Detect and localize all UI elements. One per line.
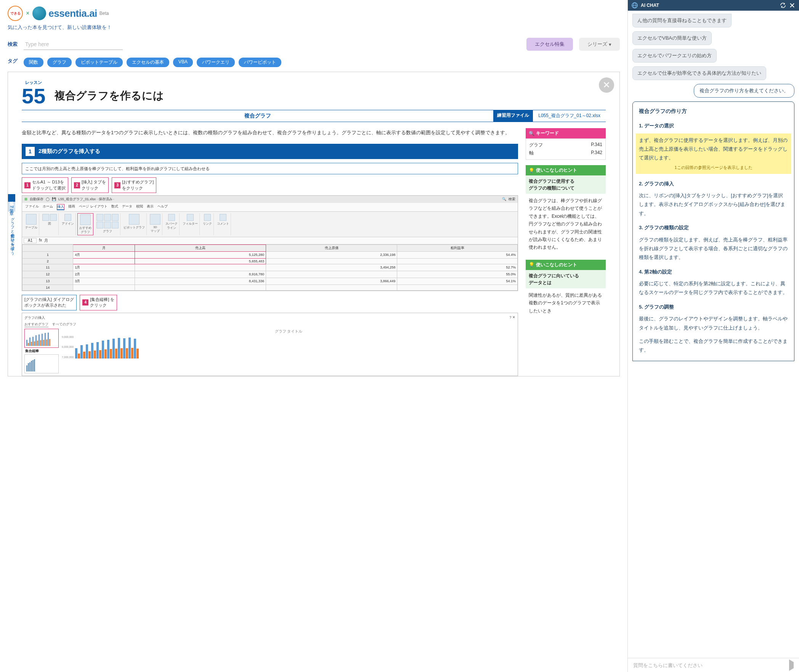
shapes-icon[interactable]	[50, 214, 57, 221]
map-3d-icon[interactable]	[150, 214, 160, 225]
featured-button[interactable]: エクセル特集	[526, 38, 573, 51]
answer-paragraph: グラフの種類を設定します。例えば、売上高を棒グラフ、粗利益率を折れ線グラフとして…	[639, 235, 788, 262]
pivot-chart-icon[interactable]	[129, 214, 140, 225]
sparkline-icon[interactable]	[168, 214, 175, 221]
ribbon-tab[interactable]: ページ レイアウト	[79, 204, 107, 210]
chat-input[interactable]	[633, 662, 789, 668]
area-chart-icon[interactable]	[96, 222, 103, 228]
hint-body: 関連性があるが、質的に差異がある複数のデータを1つのグラフで表示したいとき	[526, 288, 606, 318]
search-input[interactable]	[24, 39, 123, 50]
ribbon-group: スパーク ライン	[164, 213, 180, 235]
ribbon-tab[interactable]: ヘルプ	[157, 204, 168, 210]
scatter-chart-icon[interactable]	[104, 222, 111, 228]
line-chart-icon[interactable]	[104, 214, 111, 221]
ribbon-recommended-charts[interactable]: おすすめ グラフ	[77, 213, 93, 235]
chat-suggestion[interactable]: エクセルでVBAの簡単な使い方	[632, 31, 712, 45]
dialog-title: グラフの挿入	[24, 315, 45, 320]
tag-item[interactable]: 関数	[24, 58, 43, 67]
ribbon-tab[interactable]: 表示	[147, 204, 154, 210]
action-number: 3	[114, 182, 120, 188]
send-button[interactable]	[789, 662, 794, 668]
answer-heading: 1. データの選択	[639, 121, 788, 130]
fx-icon: fx	[39, 238, 42, 243]
filter-icon[interactable]	[187, 214, 194, 221]
chart-thumbnail[interactable]	[24, 329, 59, 348]
tag-item[interactable]: パワーピボット	[239, 58, 281, 67]
answer-heading: 2. グラフの挿入	[639, 179, 788, 188]
action-number: 1	[24, 182, 30, 188]
close-chat-button[interactable]	[789, 2, 795, 8]
pie-chart-icon[interactable]	[112, 214, 119, 221]
map-chart-icon[interactable]	[112, 222, 119, 228]
tag-list: 関数 グラフ ピボットテーブル エクセルの基本 VBA パワークエリ パワーピボ…	[24, 58, 281, 67]
dekiru-badge-icon: できる	[8, 6, 23, 21]
toggle-off-icon: ◯	[46, 197, 50, 201]
action-callout: [グラフの挿入] ダイアログ ボックスが表示された	[22, 295, 77, 310]
recommended-chart-icon	[80, 214, 91, 225]
table-row: 133月8,431,3363,866,44954.1%	[22, 278, 518, 285]
table-row: 14	[22, 285, 518, 290]
practice-file-name: L055_複合グラフ_01～02.xlsx	[533, 110, 606, 122]
tag-label: タグ	[8, 58, 18, 64]
col-header: 月	[73, 244, 135, 251]
chart-thumbnail[interactable]	[24, 354, 59, 373]
dialog-close-icon[interactable]: ? ✕	[509, 315, 515, 320]
bulb-icon: 💡	[529, 262, 534, 267]
tag-item[interactable]: VBA	[173, 58, 193, 67]
ribbon-tab[interactable]: データ	[122, 204, 132, 210]
reference-note[interactable]: 1この回答の参照元ページを表示しました	[639, 164, 788, 172]
excel-screenshot: ⊞ 自動保存 ◯ 💾 L55_複合グラフ_01.xlsx · 保存済み · 🔍 …	[22, 195, 518, 291]
thumb-label: 集合縦棒	[24, 348, 59, 354]
hint-box: 💡使いこなしのヒント 複合グラフに使用する グラフの種類について 複合グラフは、…	[526, 165, 606, 254]
ribbon-tab[interactable]: ホーム	[43, 204, 53, 210]
answer-paragraph: まず、複合グラフに使用するデータを選択します。例えば、月別の売上高と売上原価を表…	[639, 136, 788, 162]
chat-system-message: ん他の質問を直接尋ねることもできます	[632, 14, 732, 27]
excel-search-ph: 検索	[509, 197, 515, 202]
lesson-header: レッスン 55 複合グラフを作るには	[22, 80, 606, 107]
chat-suggestion[interactable]: エクセルでパワークエリの始め方	[632, 49, 717, 63]
comment-icon[interactable]	[220, 214, 226, 221]
ribbon-tab[interactable]: ファイル	[25, 204, 39, 210]
brand-logo[interactable]: essentia.ai Beta	[32, 6, 109, 20]
ribbon-tab[interactable]: 数式	[111, 204, 118, 210]
ribbon-tab[interactable]: 描画	[68, 204, 75, 210]
table-icon[interactable]	[26, 214, 37, 225]
refresh-button[interactable]	[780, 2, 786, 8]
document-viewer: ✕ 基本編 第7章 グラフと図形の使い方を学ぼう レッスン 55 複合グラフを作…	[8, 72, 620, 376]
cell-reference: A1	[24, 238, 37, 243]
picture-icon[interactable]	[42, 214, 49, 221]
tag-item[interactable]: グラフ	[47, 58, 72, 67]
action-callout: 2 [挿入] タブを クリック	[71, 177, 109, 193]
send-icon	[789, 659, 794, 671]
link-icon[interactable]	[204, 214, 211, 221]
excel-ribbon-tabs: ファイル ホーム 挿入 描画 ページ レイアウト 数式 データ 校閲 表示 ヘル…	[22, 203, 518, 212]
save-icon: 💾	[52, 197, 56, 201]
excel-filename: L55_複合グラフ_01.xlsx · 保存済み ·	[58, 197, 114, 202]
chart-preview-title: グラフ タイトル	[62, 329, 515, 334]
series-dropdown[interactable]: シリーズ ▾	[579, 38, 620, 51]
tag-item[interactable]: ピボットテーブル	[75, 58, 123, 67]
step-number: 1	[26, 147, 35, 156]
answer-paragraph: この手順を踏むことで、複合グラフを簡単に作成することができます。	[639, 337, 788, 355]
dialog-tab[interactable]: おすすめグラフ	[24, 322, 48, 327]
addin-icon[interactable]	[64, 214, 71, 221]
chat-suggestion[interactable]: エクセルで仕事が効率化できる具体的な方法が知りたい	[632, 66, 766, 80]
table-row: 111月3,494,25852.7%	[22, 264, 518, 271]
dialog-tab[interactable]: すべてのグラフ	[52, 322, 76, 327]
ribbon-tab[interactable]: 校閲	[136, 204, 143, 210]
practice-file-label: 練習用ファイル	[493, 110, 533, 122]
bulb-icon: 💡	[529, 168, 534, 173]
tag-row: タグ 関数 グラフ ピボットテーブル エクセルの基本 VBA パワークエリ パワ…	[8, 58, 620, 67]
ribbon-tab-insert[interactable]: 挿入	[57, 204, 64, 210]
chat-body[interactable]: ん他の質問を直接尋ねることもできます エクセルでVBAの簡単な使い方 エクセルで…	[628, 11, 799, 658]
chat-title: AI CHAT	[641, 3, 659, 8]
ribbon-group: 3D マップ	[148, 213, 162, 235]
tag-item[interactable]: パワークエリ	[197, 58, 235, 67]
table-row: 14月5,125,2802,336,19854.4%	[22, 251, 518, 258]
chart-preview: グラフ タイトル 9,000,000 8,000,000 7,000,000	[62, 329, 515, 373]
search-label: 検索	[8, 41, 18, 48]
bar-chart-icon[interactable]	[96, 214, 103, 221]
col-header: 売上原価	[266, 244, 397, 251]
highlighted-block: まず、複合グラフに使用するデータを選択します。例えば、月別の売上高と売上原価を表…	[636, 133, 791, 174]
tag-item[interactable]: エクセルの基本	[127, 58, 169, 67]
